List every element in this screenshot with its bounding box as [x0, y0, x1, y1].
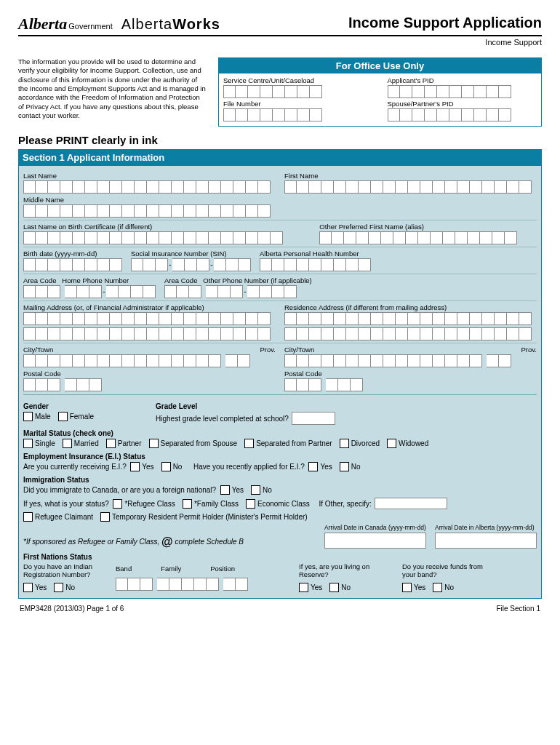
marital-options: Single Married Partner Separated from Sp… [23, 439, 537, 448]
single-checkbox[interactable] [23, 439, 33, 448]
male-checkbox[interactable] [23, 412, 33, 421]
fn-q3: Do you receive funds from your band? [402, 562, 497, 578]
residence-input-2[interactable] [284, 327, 537, 340]
ei-recv-yes-checkbox[interactable] [130, 462, 140, 471]
family-class-checkbox[interactable] [183, 499, 192, 509]
marital-header: Marital Status (check one) [23, 429, 537, 437]
footer-right: File Section 1 [496, 605, 540, 613]
grade-input[interactable] [292, 412, 335, 425]
middle-name-label: Middle Name [23, 196, 537, 204]
city2-input[interactable] [284, 354, 537, 367]
home-phone-input[interactable]: - [23, 285, 156, 298]
birth-cert-label: Last Name on Birth Certificate (if diffe… [23, 223, 311, 231]
mailing-input-1[interactable] [23, 312, 276, 325]
alias-input[interactable] [319, 231, 537, 244]
ei-header: Employment Insurance (E.I.) Status [23, 453, 537, 461]
city1-input[interactable] [23, 354, 276, 367]
applicant-pid-label: Applicant's PID [388, 76, 537, 84]
file-number-input[interactable] [223, 108, 373, 121]
health-label: Alberta Personal Health Number [260, 250, 371, 258]
imm-header: Immigration Status [23, 476, 537, 484]
indian-reg-no-checkbox[interactable] [54, 583, 63, 592]
ei-apply-yes-checkbox[interactable] [308, 462, 318, 471]
at-icon: @ [161, 535, 173, 548]
health-input[interactable] [260, 258, 371, 271]
postal2-input[interactable] [284, 378, 537, 391]
imm-no-checkbox[interactable] [251, 485, 260, 495]
alias-label: Other Preferred First Name (alias) [319, 223, 537, 231]
arrival-alberta-label: Arrival Date in Alberta (yyyy-mm-dd) [435, 524, 537, 531]
first-name-input[interactable] [284, 180, 537, 194]
service-centre-label: Service Centre/Unit/Caseload [223, 76, 373, 84]
sin-label: Social Insurance Number (SIN) [131, 250, 251, 258]
family-label: Family [161, 565, 181, 573]
reserve-yes-checkbox[interactable] [299, 583, 308, 592]
other-phone-label: Other Phone Number (if applicable) [203, 276, 311, 284]
last-name-input[interactable] [23, 180, 276, 194]
birth-date-label: Birth date (yyyy-mm-dd) [23, 250, 122, 258]
sep-partner-checkbox[interactable] [244, 439, 254, 448]
arrival-alberta-input[interactable] [435, 533, 537, 549]
indian-reg-yes-checkbox[interactable] [23, 583, 33, 592]
imm-q1: Did you immigrate to Canada, or are you … [23, 486, 216, 494]
economic-class-checkbox[interactable] [246, 499, 255, 509]
widowed-checkbox[interactable] [387, 439, 396, 448]
postal1-input[interactable] [23, 378, 276, 391]
reserve-no-checkbox[interactable] [329, 583, 339, 592]
logos: AlbertaGovernment AlbertaWorks [18, 15, 220, 33]
spouse-pid-label: Spouse/Partner's PID [388, 100, 537, 108]
alberta-logo: AlbertaGovernment [18, 15, 113, 33]
arrival-canada-label: Arrival Date in Canada (yyyy-mm-dd) [324, 524, 426, 531]
birth-cert-input[interactable] [23, 231, 311, 244]
residence-input-1[interactable] [284, 312, 537, 325]
home-phone-label: Home Phone Number [62, 276, 129, 284]
section1-header: Section 1 Applicant Information [18, 149, 542, 166]
gender-label: Gender [23, 402, 147, 410]
birth-date-input[interactable] [23, 258, 122, 271]
footer-left: EMP3428 (2013/03) Page 1 of 6 [20, 605, 124, 613]
office-use-box: For Office Use Only Service Centre/Unit/… [218, 57, 542, 127]
first-name-label: First Name [284, 172, 537, 180]
header-title-block: Income Support Application [348, 15, 542, 31]
band-family-position-input[interactable] [116, 578, 290, 591]
spouse-pid-input[interactable] [388, 108, 537, 121]
intro-paragraph: The information you provide will be used… [18, 57, 207, 127]
other-specify-input[interactable] [375, 498, 447, 509]
prov2-label: Prov. [508, 346, 537, 354]
divorced-checkbox[interactable] [340, 439, 349, 448]
ei-q1: Are you currently receiving E.I.? [23, 463, 127, 471]
other-specify-label: If Other, specify: [319, 500, 371, 508]
page-footer: EMP3428 (2013/03) Page 1 of 6 File Secti… [18, 605, 542, 613]
arrival-canada-input[interactable] [324, 533, 426, 549]
ei-recv-no-checkbox[interactable] [161, 462, 171, 471]
refugee-class-checkbox[interactable] [113, 499, 122, 509]
page-header: AlbertaGovernment AlbertaWorks Income Su… [18, 15, 542, 36]
applicant-pid-input[interactable] [388, 85, 537, 98]
married-checkbox[interactable] [63, 439, 72, 448]
middle-name-input[interactable] [23, 204, 537, 218]
page-subtitle: Income Support [18, 38, 542, 47]
ei-apply-no-checkbox[interactable] [340, 462, 349, 471]
postal2-label: Postal Code [284, 370, 537, 378]
section1-body: Last Name First Name Middle Name Last Na… [18, 166, 542, 599]
grade-level-label: Grade Level [156, 402, 537, 410]
refugee-claimant-checkbox[interactable] [23, 512, 33, 522]
sin-input[interactable]: -- [131, 258, 251, 271]
partner-checkbox[interactable] [106, 439, 116, 448]
fn-q2: If yes, are you living on Reserve? [299, 562, 393, 578]
file-number-label: File Number [223, 100, 373, 108]
band-funds-yes-checkbox[interactable] [402, 583, 412, 592]
office-use-header: For Office Use Only [219, 58, 541, 73]
service-centre-input[interactable] [223, 85, 373, 98]
print-instruction: Please PRINT clearly in ink [18, 134, 542, 146]
imm-yes-checkbox[interactable] [220, 485, 230, 495]
other-phone-input[interactable]: - [164, 285, 312, 298]
female-checkbox[interactable] [58, 412, 68, 421]
band-funds-no-checkbox[interactable] [433, 583, 442, 592]
sep-spouse-checkbox[interactable] [149, 439, 159, 448]
sponsor-note: *If sponsored as Refugee or Family Class… [23, 535, 316, 549]
grade-question: Highest grade level completed at school? [156, 415, 289, 423]
mailing-input-2[interactable] [23, 327, 276, 340]
position-label: Position [210, 565, 235, 573]
temp-permit-checkbox[interactable] [100, 512, 110, 522]
